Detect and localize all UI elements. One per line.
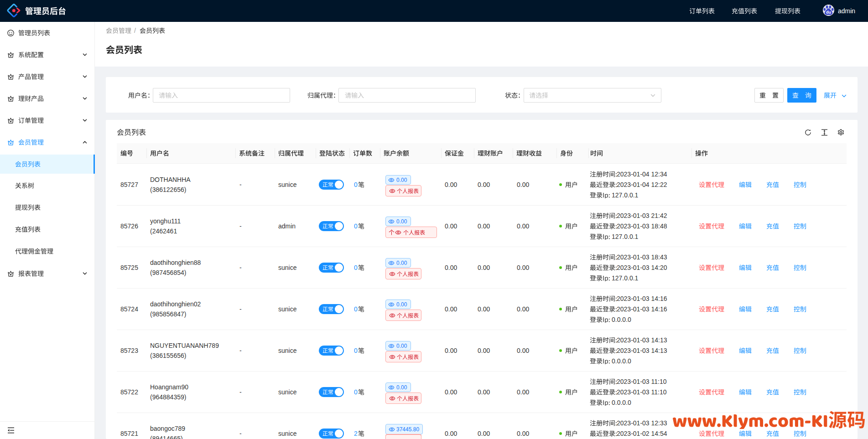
svg-text:du: du xyxy=(826,10,831,15)
